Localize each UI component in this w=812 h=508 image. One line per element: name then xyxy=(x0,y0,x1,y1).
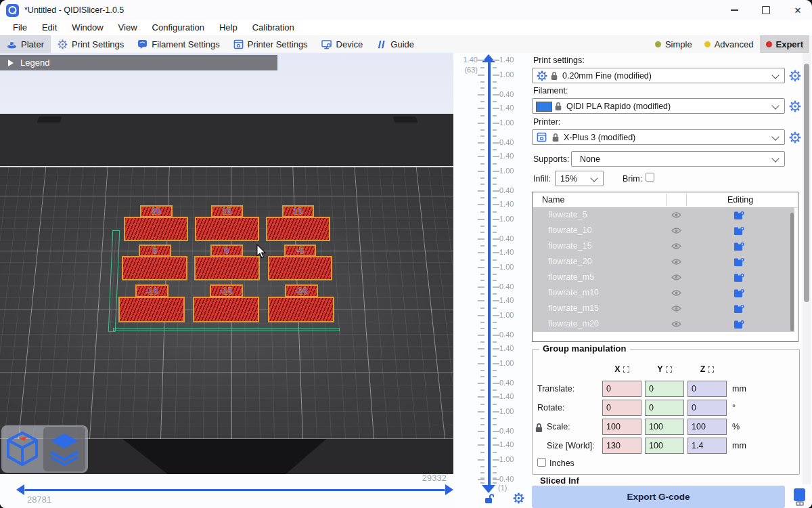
flowrate-object-tab[interactable]: 5 xyxy=(139,245,171,257)
edit-object-icon[interactable] xyxy=(734,289,744,300)
edit-object-icon[interactable] xyxy=(734,257,744,269)
maximize-button[interactable] xyxy=(750,0,782,20)
eye-visibility-icon[interactable] xyxy=(671,211,681,221)
edit-object-icon[interactable] xyxy=(734,304,744,316)
printer-gear-button[interactable] xyxy=(789,131,801,144)
menu-file[interactable]: File xyxy=(5,20,35,35)
printer-combo[interactable]: X-Plus 3 (modified) xyxy=(532,129,785,145)
legend-bar[interactable]: Legend xyxy=(0,55,277,70)
gm-rotate-x-input[interactable] xyxy=(602,400,641,416)
title-bar[interactable]: *Untitled - QIDISlicer-1.0.5 ✕ xyxy=(0,0,812,20)
layer-slider-settings-gear-icon[interactable] xyxy=(513,492,524,507)
inches-checkbox[interactable] xyxy=(537,458,546,467)
viewport-3d[interactable]: 20151050-5-10-15-20 Legend xyxy=(0,53,453,508)
flowrate-object-body[interactable] xyxy=(118,297,185,322)
infill-combo[interactable]: 15% xyxy=(555,171,604,186)
object-list-row[interactable]: flowrate_15 xyxy=(533,238,794,254)
flowrate-object-tab[interactable]: 15 xyxy=(211,205,243,217)
mode-simple[interactable]: Simple xyxy=(649,35,698,53)
tab-device[interactable]: Device xyxy=(315,35,370,53)
export-to-usb-button[interactable] xyxy=(788,486,811,508)
eye-visibility-icon[interactable] xyxy=(671,242,681,252)
object-list-row[interactable]: flowrate_m10 xyxy=(533,285,794,301)
gcode-slider-left-handle[interactable] xyxy=(16,484,24,495)
mode-advanced[interactable]: Advanced xyxy=(698,35,760,53)
flowrate-object-tab[interactable]: 20 xyxy=(140,205,173,217)
panel-scrollbar-thumb[interactable] xyxy=(804,64,809,302)
layers-view-button[interactable] xyxy=(43,427,85,471)
3d-view-cube-icon[interactable] xyxy=(4,429,41,469)
print-settings-gear-button[interactable] xyxy=(789,70,801,82)
object-list-row[interactable]: flowrate_m15 xyxy=(533,301,794,316)
menu-edit[interactable]: Edit xyxy=(35,20,64,35)
object-list-row[interactable]: flowrate_5 xyxy=(533,207,794,223)
object-list-row[interactable]: flowrate_m5 xyxy=(533,270,794,285)
gm-size-world-x-input[interactable] xyxy=(602,438,641,454)
flowrate-object-body[interactable] xyxy=(122,256,187,280)
tab-print-settings[interactable]: Print Settings xyxy=(51,35,131,53)
flowrate-object-body[interactable] xyxy=(193,297,259,322)
flowrate-object-body[interactable] xyxy=(124,217,188,241)
flowrate-object-body[interactable] xyxy=(195,217,259,241)
gm-translate-z-input[interactable] xyxy=(687,381,727,397)
tab-printer-settings[interactable]: Printer Settings xyxy=(227,35,315,53)
eye-visibility-icon[interactable] xyxy=(671,305,681,314)
supports-combo[interactable]: None xyxy=(571,151,785,167)
mode-expert[interactable]: Expert xyxy=(760,35,809,53)
gm-scale-z-input[interactable] xyxy=(687,419,727,435)
flowrate-object-tab[interactable]: -10 xyxy=(135,284,168,297)
flowrate-object-tab[interactable]: -15 xyxy=(210,284,243,297)
edit-object-icon[interactable] xyxy=(734,226,744,238)
tab-plater[interactable]: Plater xyxy=(0,35,51,53)
flowrate-object-tab[interactable]: -5 xyxy=(284,245,316,257)
edit-object-icon[interactable] xyxy=(734,273,744,284)
panel-scrollbar[interactable] xyxy=(803,53,811,484)
eye-visibility-icon[interactable] xyxy=(671,289,681,299)
menu-view[interactable]: View xyxy=(111,20,145,35)
flowrate-object-tab[interactable]: -20 xyxy=(285,284,318,297)
edit-object-icon[interactable] xyxy=(734,320,744,331)
flowrate-object-body[interactable] xyxy=(266,217,330,241)
uniform-scale-lock-icon[interactable] xyxy=(535,423,543,435)
filament-gear-button[interactable] xyxy=(789,100,801,112)
layer-slider-lock-icon[interactable] xyxy=(484,493,494,504)
gm-scale-y-input[interactable] xyxy=(645,419,684,435)
object-list-row[interactable]: flowrate_20 xyxy=(533,254,794,270)
object-list-row[interactable]: flowrate_m20 xyxy=(533,316,794,332)
eye-visibility-icon[interactable] xyxy=(671,227,681,236)
brim-checkbox[interactable] xyxy=(646,173,654,182)
menu-window[interactable]: Window xyxy=(64,20,110,35)
edit-object-icon[interactable] xyxy=(734,211,744,222)
layer-slider-track[interactable] xyxy=(488,60,491,486)
edit-object-icon[interactable] xyxy=(734,242,744,253)
gcode-slider-right-handle[interactable] xyxy=(445,484,453,495)
gm-size-world-y-input[interactable] xyxy=(645,438,684,454)
menu-help[interactable]: Help xyxy=(212,20,245,35)
gcode-slider-track[interactable] xyxy=(24,489,445,491)
eye-visibility-icon[interactable] xyxy=(671,320,681,330)
object-list-scrollbar[interactable] xyxy=(790,213,794,331)
minimize-button[interactable] xyxy=(719,0,750,20)
flowrate-object-body[interactable] xyxy=(268,297,334,322)
object-list-row[interactable]: flowrate_10 xyxy=(533,223,794,238)
gm-rotate-z-input[interactable] xyxy=(687,400,727,416)
flowrate-object-body[interactable] xyxy=(268,256,332,280)
layer-slider-bottom-handle[interactable] xyxy=(482,485,495,493)
tab-guide[interactable]: Guide xyxy=(369,35,421,53)
gm-size-world-z-input[interactable] xyxy=(687,438,727,454)
flowrate-object-body[interactable] xyxy=(194,256,260,280)
gm-translate-y-input[interactable] xyxy=(645,381,684,397)
eye-visibility-icon[interactable] xyxy=(671,274,681,283)
eye-visibility-icon[interactable] xyxy=(671,258,681,268)
gm-rotate-y-input[interactable] xyxy=(645,400,684,416)
flowrate-object-tab[interactable]: 0 xyxy=(210,245,243,257)
flowrate-object-tab[interactable]: 10 xyxy=(282,205,314,217)
gm-translate-x-input[interactable] xyxy=(602,381,641,397)
close-button[interactable]: ✕ xyxy=(782,0,812,20)
print-settings-combo[interactable]: 0.20mm Fine (modified) xyxy=(532,68,785,83)
tab-filament-settings[interactable]: Filament Settings xyxy=(131,35,226,53)
menu-configuration[interactable]: Configuration xyxy=(145,20,212,35)
export-gcode-button[interactable]: Export G-code xyxy=(532,486,785,508)
gm-scale-x-input[interactable] xyxy=(602,419,641,435)
menu-calibration[interactable]: Calibration xyxy=(245,20,302,35)
